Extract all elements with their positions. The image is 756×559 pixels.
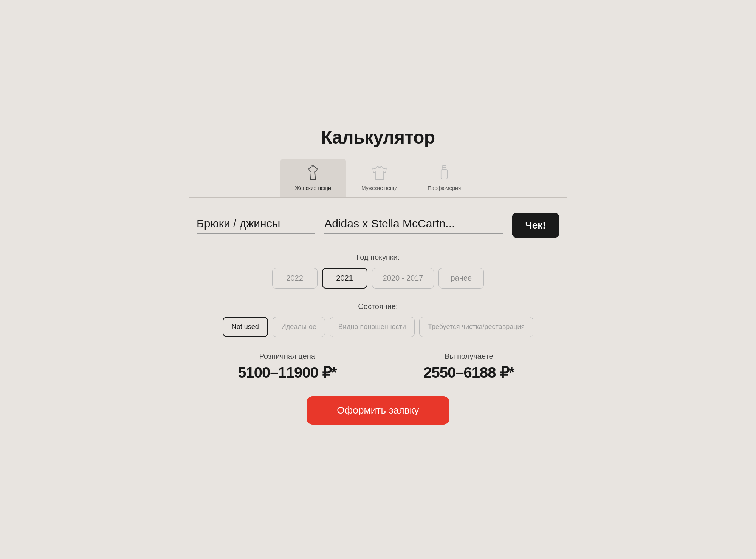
condition-not-used[interactable]: Not used [223, 317, 268, 337]
year-2022[interactable]: 2022 [272, 268, 318, 289]
you-get-block: Вы получаете 2550–6188 ₽* [378, 352, 560, 381]
price-display: Розничная цена 5100–11900 ₽* Вы получает… [197, 352, 559, 381]
you-get-value: 2550–6188 ₽* [393, 364, 545, 381]
tab-perfume-label: Парфюмерия [428, 185, 461, 191]
svg-rect-0 [442, 166, 446, 168]
submit-row: Оформить заявку [197, 396, 559, 425]
year-2020-2017[interactable]: 2020 - 2017 [372, 268, 434, 289]
retail-price-value: 5100–11900 ₽* [212, 364, 363, 381]
year-2021[interactable]: 2021 [322, 268, 367, 289]
item-type-select[interactable]: Брюки / джинсы [197, 217, 315, 234]
retail-price-label: Розничная цена [212, 352, 363, 361]
main-form: Брюки / джинсы Adidas x Stella McCartn..… [189, 198, 567, 432]
condition-needs-cleaning[interactable]: Требуется чистка/реставрация [419, 317, 533, 337]
check-button[interactable]: Чек! [512, 213, 559, 238]
condition-options: Not used Идеальное Видно поношенности Тр… [197, 317, 559, 337]
tab-men-label: Мужские вещи [361, 185, 397, 191]
year-earlier[interactable]: ранее [438, 268, 484, 289]
category-tabs: Женские вещи Мужские вещи [189, 159, 567, 198]
tab-women[interactable]: Женские вещи [280, 159, 346, 197]
tab-perfume[interactable]: Парфюмерия [412, 159, 476, 197]
you-get-label: Вы получаете [393, 352, 545, 361]
item-selector-row: Брюки / джинсы Adidas x Stella McCartn..… [197, 213, 559, 238]
svg-rect-1 [441, 170, 448, 179]
bottle-icon [437, 165, 452, 182]
shirt-icon [372, 165, 387, 182]
page-title: Калькулятор [189, 127, 567, 148]
dress-icon [305, 165, 321, 182]
tab-women-label: Женские вещи [295, 185, 331, 191]
submit-button[interactable]: Оформить заявку [307, 396, 449, 425]
year-options: 2022 2021 2020 - 2017 ранее [197, 268, 559, 289]
condition-ideal[interactable]: Идеальное [273, 317, 325, 337]
year-label: Год покупки: [197, 253, 559, 262]
item-brand-select[interactable]: Adidas x Stella McCartn... [324, 217, 502, 234]
retail-price-block: Розничная цена 5100–11900 ₽* [197, 352, 378, 381]
calculator-container: Калькулятор Женские вещи [189, 127, 567, 432]
tab-men[interactable]: Мужские вещи [346, 159, 412, 197]
condition-label: Состояние: [197, 302, 559, 311]
condition-worn[interactable]: Видно поношенности [330, 317, 415, 337]
